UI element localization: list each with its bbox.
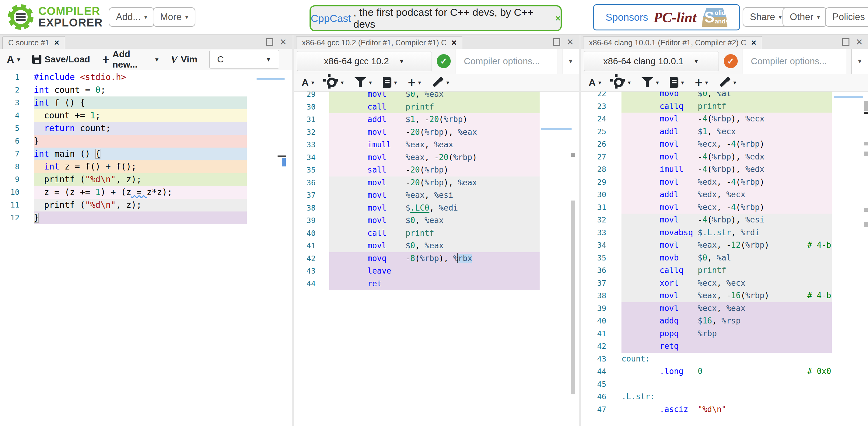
options-dropdown-icon[interactable]: ▼ (851, 49, 868, 74)
code-line[interactable]: 25 addl $1, %ecx (581, 125, 832, 138)
code-line[interactable]: 31 addl $1, -20(%rbp) (294, 113, 539, 126)
close-pane-icon[interactable]: × (856, 36, 863, 47)
code-line[interactable]: 44 .long 0 # 0x0 (581, 365, 832, 378)
maximize-pane-icon[interactable] (553, 38, 560, 46)
tools-button[interactable]: ▾ (432, 77, 449, 88)
code-line[interactable]: 33 movabsq $.L.str, %rdi (581, 226, 832, 239)
code-line[interactable]: 45 (581, 378, 832, 391)
tab-c-source[interactable]: C source #1 × (2, 36, 65, 49)
code-line[interactable]: 22 movb $0, %al (581, 92, 832, 100)
code-line[interactable]: 47 .asciz "%d\n" (581, 403, 832, 416)
close-pane-icon[interactable]: × (280, 36, 286, 47)
code-line[interactable]: 29 movl %edx, -4(%rbp) (581, 176, 832, 189)
code-line[interactable]: 27 movl -4(%rbp), %edx (581, 151, 832, 163)
code-line[interactable]: 36 callq printf (581, 264, 832, 277)
code-line[interactable]: 34 movl %eax, -20(%rbp) (294, 151, 539, 164)
code-line[interactable]: 30 addl %edx, %ecx (581, 188, 832, 201)
font-size-button[interactable]: A▾ (589, 77, 601, 88)
options-dropdown-icon[interactable]: ▼ (562, 49, 579, 74)
close-pane-icon[interactable]: × (567, 36, 574, 47)
tab-close-icon[interactable]: × (751, 38, 756, 48)
code-line[interactable]: 26 movl %ecx, -4(%rbp) (581, 138, 832, 151)
font-size-button[interactable]: A▾ (302, 77, 314, 88)
compiler-select[interactable]: x86-64 gcc 10.2 ▼ (297, 51, 432, 71)
code-line[interactable]: 34 movl %eax, -12(%rbp) # 4-b (581, 239, 832, 252)
code-line[interactable]: 4 count += 1; (0, 109, 247, 122)
code-line[interactable]: 23 callq printf (581, 100, 832, 113)
minimap[interactable] (256, 71, 285, 95)
code-line[interactable]: 42 movq -8(%rbp), %rbx (294, 252, 539, 265)
minimap[interactable] (834, 92, 863, 134)
code-line[interactable]: 28 imull -4(%rbp), %edx (581, 163, 832, 176)
code-line[interactable]: 30 call printf (294, 101, 539, 113)
more-button[interactable]: More ▾ (153, 7, 195, 27)
font-size-button[interactable]: A ▾ (7, 54, 20, 65)
compiler-options-input[interactable] (743, 56, 846, 67)
settings-button[interactable]: ▾ (326, 77, 344, 87)
code-line[interactable]: 2int count = 0; (0, 84, 247, 96)
code-line[interactable]: 40 addq $16, %rsp (581, 315, 832, 327)
code-line[interactable]: 43count: (581, 353, 832, 365)
tab-clang-output[interactable]: x86-64 clang 10.0.1 (Editor #1, Compiler… (583, 36, 762, 49)
code-line[interactable]: 7int main () { (0, 148, 247, 160)
maximize-pane-icon[interactable] (842, 38, 849, 46)
code-line[interactable]: 37 movl %eax, %esi (294, 189, 539, 202)
code-line[interactable]: 12} (0, 211, 247, 224)
scrollbar-thumb[interactable] (571, 200, 575, 394)
code-line[interactable]: 9 printf ("%d\n", z); (0, 173, 247, 186)
compiler-explorer-logo[interactable]: COMPILER EXPLORER (8, 4, 103, 30)
code-line[interactable]: 35 movb $0, %al (581, 252, 832, 264)
maximize-pane-icon[interactable] (266, 38, 273, 46)
banner-close-icon[interactable]: × (555, 13, 561, 24)
code-line[interactable]: 41 popq %rbp (581, 327, 832, 340)
code-line[interactable]: 10 z = (z += 1) + (z = z*z); (0, 186, 247, 199)
language-select[interactable]: C ▼ (209, 50, 279, 69)
code-line[interactable]: 11 printf ("%d\n", z); (0, 199, 247, 211)
libraries-button[interactable]: ▾ (383, 77, 397, 88)
filter-button[interactable]: ▾ (354, 77, 372, 88)
share-button[interactable]: Share ▾ (743, 7, 789, 27)
code-line[interactable]: 36 movl -20(%rbp), %eax (294, 176, 539, 189)
clang-assembly-editor[interactable]: 22 movb $0, %al23 callq printf24 movl -4… (581, 92, 868, 426)
code-line[interactable]: 46.L.str: (581, 390, 832, 403)
sponsors-button[interactable]: Sponsors PC-lint S olid ands (593, 4, 740, 30)
add-view-button[interactable]: +▾ (408, 76, 421, 89)
code-line[interactable]: 41 movl $0, %eax (294, 239, 539, 252)
code-line[interactable]: 39 movl $0, %eax (294, 214, 539, 227)
code-line[interactable]: 33 imull %eax, %eax (294, 138, 539, 151)
code-line[interactable]: 43 leave (294, 265, 539, 277)
add-view-button[interactable]: +▾ (695, 76, 708, 89)
code-line[interactable]: 32 movl -20(%rbp), %eax (294, 126, 539, 139)
code-line[interactable]: 3int f () { (0, 96, 247, 109)
code-line[interactable]: 6} (0, 135, 247, 148)
source-code-editor[interactable]: 1#include <stdio.h>2int count = 0;3int f… (0, 70, 292, 426)
code-line[interactable]: 8 int z = f() + f(); (0, 160, 247, 173)
tab-gcc-output[interactable]: x86-64 gcc 10.2 (Editor #1, Compiler #1)… (296, 36, 462, 49)
compiler-select[interactable]: x86-64 clang 10.0.1 ▼ (584, 51, 719, 71)
other-button[interactable]: Other ▾ (782, 7, 827, 27)
code-line[interactable]: 31 movl %ecx, -4(%rbp) (581, 201, 832, 214)
tools-button[interactable]: ▾ (719, 77, 736, 88)
add-pane-button[interactable]: Add... ▾ (108, 7, 155, 27)
code-line[interactable]: 5 return count; (0, 122, 247, 135)
code-line[interactable]: 38 movl %eax, -16(%rbp) # 4-b (581, 289, 832, 302)
save-load-button[interactable]: Save/Load (32, 54, 90, 65)
code-line[interactable]: 24 movl -4(%rbp), %ecx (581, 112, 832, 125)
libraries-button[interactable]: ▾ (670, 77, 684, 88)
code-line[interactable]: 38 movl $.LC0, %edi (294, 202, 539, 215)
code-line[interactable]: 37 xorl %ecx, %ecx (581, 277, 832, 290)
settings-button[interactable]: ▾ (612, 77, 631, 87)
code-line[interactable]: 1#include <stdio.h> (0, 71, 247, 84)
code-line[interactable]: 35 sall -20(%rbp) (294, 164, 539, 176)
code-line[interactable]: 39 movl %ecx, %eax (581, 302, 832, 315)
code-line[interactable]: 29 movl $0, %eax (294, 92, 539, 101)
banner-link[interactable]: CppCast (311, 12, 351, 24)
filter-button[interactable]: ▾ (642, 77, 659, 88)
minimap[interactable] (541, 92, 571, 133)
tab-close-icon[interactable]: × (54, 38, 59, 48)
code-line[interactable]: 44 ret (294, 277, 539, 290)
code-line[interactable]: 40 call printf (294, 227, 539, 240)
add-new-button[interactable]: + Add new... ▾ (102, 49, 158, 70)
gcc-assembly-editor[interactable]: 29 movl $0, %eax30 call printf31 addl $1… (294, 92, 579, 426)
tab-close-icon[interactable]: × (451, 38, 457, 48)
